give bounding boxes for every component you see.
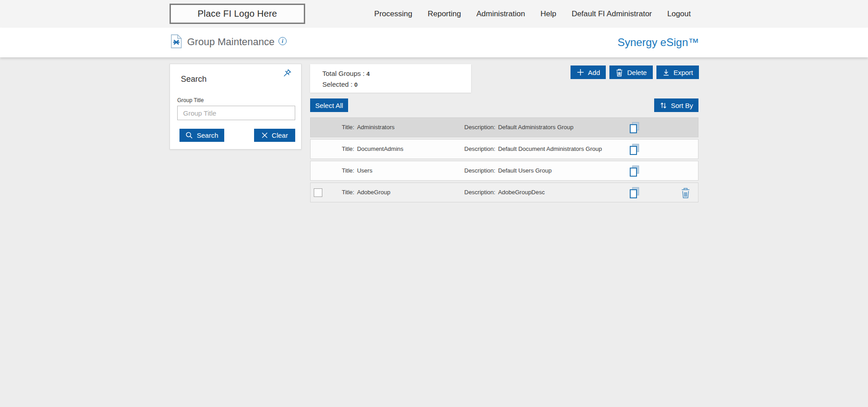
delete-button-label: Delete <box>627 69 646 76</box>
nav-reporting[interactable]: Reporting <box>428 9 461 19</box>
group-title-cell: Title:Administrators <box>342 124 395 131</box>
product-brand: Synergy eSign™ <box>618 36 699 49</box>
select-all-button[interactable]: Select All <box>310 98 348 112</box>
page-title: Group Maintenance <box>187 36 274 48</box>
total-groups-label: Total Groups : <box>322 70 364 77</box>
search-button[interactable]: Search <box>179 129 224 142</box>
clear-button[interactable]: Clear <box>254 129 295 142</box>
group-title-cell: Title:AdobeGroup <box>342 189 390 196</box>
copy-icon[interactable] <box>628 187 641 199</box>
group-title-label: Group Title <box>177 97 204 103</box>
group-desc-cell: Description:Default Users Group <box>464 167 552 174</box>
top-bar: Place FI Logo Here Processing Reporting … <box>0 0 868 28</box>
row-delete-trash-icon[interactable] <box>680 187 691 199</box>
close-icon <box>261 132 268 139</box>
info-icon[interactable]: i <box>278 37 287 45</box>
group-row-adobegroup[interactable]: Title:AdobeGroup Description:AdobeGroupD… <box>310 182 698 202</box>
group-desc-cell: Description:Default Document Administrat… <box>464 145 602 152</box>
total-groups-value: 4 <box>366 70 369 77</box>
group-title-input[interactable] <box>177 106 295 120</box>
page-header: Group Maintenance i Synergy eSign™ <box>0 28 868 57</box>
title-label: Title: <box>342 167 354 174</box>
search-icon <box>185 131 193 139</box>
group-title-value: Users <box>357 167 373 174</box>
plus-icon <box>576 68 585 76</box>
description-label: Description: <box>464 145 495 152</box>
group-title-cell: Title:Users <box>342 167 373 174</box>
group-desc-value: Default Document Administrators Group <box>498 145 602 152</box>
delete-button[interactable]: Delete <box>609 65 652 79</box>
nav-logout[interactable]: Logout <box>667 9 691 19</box>
group-title-value: AdobeGroup <box>357 189 391 196</box>
title-label: Title: <box>342 189 354 196</box>
search-panel: Search Group Title Search Cl <box>170 64 302 150</box>
nav-help[interactable]: Help <box>540 9 556 19</box>
sort-arrows-icon <box>660 102 667 109</box>
group-desc-cell: Description:AdobeGroupDesc <box>464 189 545 196</box>
copy-icon[interactable] <box>628 122 641 134</box>
row-checkbox[interactable] <box>314 188 322 197</box>
pin-icon[interactable] <box>280 68 293 80</box>
group-desc-value: Default Administrators Group <box>498 124 574 131</box>
export-button-label: Export <box>674 69 693 76</box>
group-row-administrators[interactable]: Title:Administrators Description:Default… <box>310 117 698 137</box>
group-row-users[interactable]: Title:Users Description:Default Users Gr… <box>310 161 698 181</box>
copy-icon[interactable] <box>628 143 641 156</box>
group-title-cell: Title:DocumentAdmins <box>342 145 403 152</box>
nav-administration[interactable]: Administration <box>476 9 525 19</box>
description-label: Description: <box>464 124 495 131</box>
summary-box: Total Groups :4 Selected :0 <box>310 64 471 93</box>
select-all-label: Select All <box>315 102 343 109</box>
export-button[interactable]: Export <box>656 65 699 79</box>
trash-icon <box>615 68 623 77</box>
sort-by-label: Sort By <box>671 102 693 109</box>
action-toolbar: Add Delete Export <box>571 65 699 79</box>
group-desc-value: Default Users Group <box>498 167 552 174</box>
fi-logo-placeholder: Place FI Logo Here <box>170 4 305 24</box>
description-label: Description: <box>464 167 495 174</box>
copy-icon[interactable] <box>628 165 641 178</box>
title-label: Title: <box>342 145 354 152</box>
nav-processing[interactable]: Processing <box>374 9 412 19</box>
search-button-label: Search <box>197 131 218 139</box>
add-button-label: Add <box>588 69 600 76</box>
group-title-value: Administrators <box>357 124 395 131</box>
selected-line: Selected :0 <box>322 80 358 88</box>
total-groups-line: Total Groups :4 <box>322 70 370 77</box>
sort-by-button[interactable]: Sort By <box>654 98 698 112</box>
main-nav: Processing Reporting Administration Help… <box>374 0 691 28</box>
search-panel-heading: Search <box>181 75 207 84</box>
group-title-value: DocumentAdmins <box>357 145 404 152</box>
title-label: Title: <box>342 124 354 131</box>
description-label: Description: <box>464 189 495 196</box>
nav-current-user[interactable]: Default FI Administrator <box>571 9 652 19</box>
selected-label: Selected : <box>322 80 353 88</box>
group-desc-cell: Description:Default Administrators Group <box>464 124 574 131</box>
add-button[interactable]: Add <box>571 65 606 79</box>
group-row-documentadmins[interactable]: Title:DocumentAdmins Description:Default… <box>310 139 698 159</box>
clear-button-label: Clear <box>272 131 288 139</box>
download-icon <box>662 69 670 76</box>
group-desc-value: AdobeGroupDesc <box>498 189 545 196</box>
group-maintenance-icon <box>170 34 182 49</box>
selected-value: 0 <box>354 81 358 88</box>
fi-logo-text: Place FI Logo Here <box>198 9 277 19</box>
